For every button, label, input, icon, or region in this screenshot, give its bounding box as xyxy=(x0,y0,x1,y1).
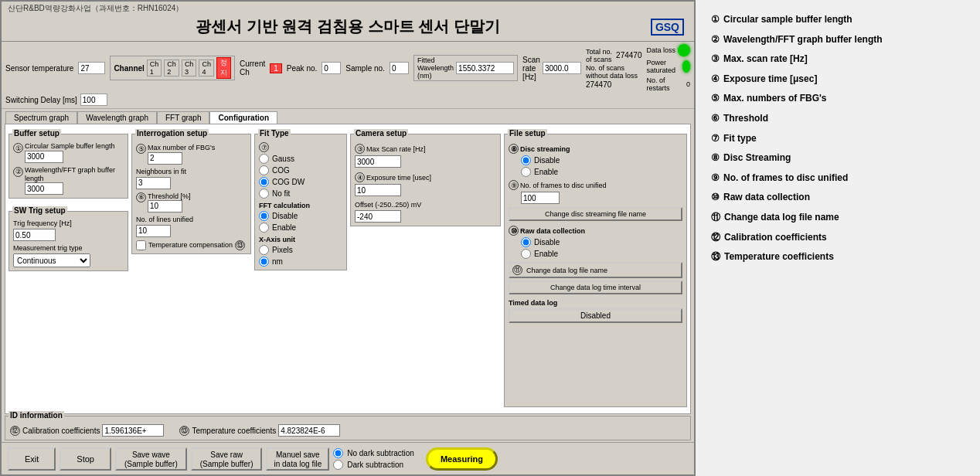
threshold-label: Threshold [%] xyxy=(148,192,191,200)
calib-input[interactable] xyxy=(102,424,164,437)
circular-sample-label: Circular Sample buffer length xyxy=(25,142,114,151)
ch4-btn[interactable]: Ch 4 xyxy=(199,60,214,76)
legend-num-12: ⑫ xyxy=(711,230,720,246)
no-lines-input[interactable] xyxy=(136,225,171,237)
dark-label[interactable]: Dark subtraction xyxy=(333,460,414,470)
wavelength-fft-input[interactable] xyxy=(25,182,63,195)
change-log-btn[interactable]: ⑪Change data log file name xyxy=(509,262,682,278)
tab-spectrum[interactable]: Spectrum graph xyxy=(5,111,77,124)
no-fit-radio[interactable] xyxy=(259,189,269,199)
exposure-input[interactable] xyxy=(355,184,401,196)
fft-calc-label: FFT calculation xyxy=(259,202,342,209)
offset-input[interactable] xyxy=(355,210,401,223)
tab-fft[interactable]: FFT graph xyxy=(157,111,210,124)
stop-bottom-btn[interactable]: Stop xyxy=(60,447,111,471)
no-dark-radio[interactable] xyxy=(333,448,343,458)
circular-sample-input[interactable] xyxy=(25,151,63,163)
neighbours-input[interactable] xyxy=(136,177,171,189)
dark-radio[interactable] xyxy=(333,460,343,470)
save-raw-btn[interactable]: Save raw (Sample buffer) xyxy=(191,447,263,471)
cog-radio-label[interactable]: COG xyxy=(259,165,342,175)
frames-input[interactable] xyxy=(521,192,560,204)
timed-log-btn[interactable]: Disabled xyxy=(509,308,682,323)
disc-enable-radio[interactable] xyxy=(521,167,531,177)
total-scans-value: 274470 xyxy=(616,51,641,60)
save-wave-btn[interactable]: Save wave (Sample buffer) xyxy=(115,447,187,471)
disc-enable-label[interactable]: Enable xyxy=(521,167,682,177)
disc-disable-radio[interactable] xyxy=(521,155,531,165)
legend-num-9: ⑨ xyxy=(711,170,720,187)
fitted-wavelength-input[interactable] xyxy=(456,62,514,74)
subtitle: 산단R&BD역량강화사업（과제번호：RHN16024） xyxy=(8,3,688,14)
raw-disable-label[interactable]: Disable xyxy=(521,237,682,247)
threshold-input[interactable] xyxy=(148,200,182,212)
cog-radio[interactable] xyxy=(259,165,269,175)
no-dark-label[interactable]: No dark subtraction xyxy=(333,448,414,458)
fft-disable-label[interactable]: Disable xyxy=(259,211,342,221)
no-fit-radio-label[interactable]: No fit xyxy=(259,189,342,199)
temp-comp-checkbox[interactable] xyxy=(136,240,146,250)
cog-dw-radio[interactable] xyxy=(259,177,269,187)
exposure-num: ④ xyxy=(355,172,365,182)
disc-disable-label[interactable]: Disable xyxy=(521,155,682,165)
threshold-num: ⑥ xyxy=(136,192,146,202)
buffer-setup-box: Buffer setup ① Circular Sample buffer le… xyxy=(9,134,128,199)
no-restarts-label: No. of restarts xyxy=(646,76,684,92)
cog-dw-radio-label[interactable]: COG DW xyxy=(259,177,342,187)
tab-configuration[interactable]: Configuration xyxy=(209,111,277,124)
gauss-radio-label[interactable]: Gauss xyxy=(259,154,342,164)
max-scan-label: Max Scan rate [Hz] xyxy=(366,145,426,153)
max-fbg-input[interactable] xyxy=(148,152,182,165)
stop-btn[interactable]: 정지 xyxy=(216,57,231,79)
fbg-num: ⑤ xyxy=(136,144,146,154)
legend-num-1: ① xyxy=(711,12,720,29)
legend-num-2: ② xyxy=(711,32,720,49)
legend-item-7: ⑦ Fit type xyxy=(711,131,965,148)
power-saturated-label: Power saturated xyxy=(646,59,679,74)
exit-btn[interactable]: Exit xyxy=(8,447,56,471)
max-scan-input[interactable] xyxy=(355,155,401,168)
raw-enable-label[interactable]: Enable xyxy=(521,249,682,259)
fft-disable-radio[interactable] xyxy=(259,211,269,221)
legend-panel: ① Circular sample buffer length ② Wavele… xyxy=(696,0,980,476)
legend-item-10: ⑩ Raw data collection xyxy=(711,189,965,206)
disc-streaming-num: ⑧ xyxy=(509,144,519,154)
gauss-radio[interactable] xyxy=(259,154,269,164)
peak-no-input[interactable] xyxy=(322,62,341,74)
scan-rate-input[interactable] xyxy=(543,62,581,74)
legend-item-6: ⑥ Threshold xyxy=(711,110,965,128)
pixels-radio-label[interactable]: Pixels xyxy=(259,245,342,255)
pixels-radio[interactable] xyxy=(259,245,269,255)
fft-enable-radio[interactable] xyxy=(259,223,269,233)
measuring-btn[interactable]: Measuring xyxy=(426,447,498,471)
legend-text-2: Wavelength/FFT graph buffer length xyxy=(723,32,883,49)
raw-enable-radio[interactable] xyxy=(521,249,531,259)
config-content: Buffer setup ① Circular Sample buffer le… xyxy=(5,124,691,414)
trig-freq-input[interactable] xyxy=(13,229,56,241)
change-interval-btn[interactable]: Change data log time interval xyxy=(509,280,682,294)
nm-radio[interactable] xyxy=(259,257,269,267)
ch3-btn[interactable]: Ch 3 xyxy=(182,60,197,76)
ch2-btn[interactable]: Ch 2 xyxy=(164,60,179,76)
fft-enable-label[interactable]: Enable xyxy=(259,223,342,233)
legend-num-5: ⑤ xyxy=(711,90,720,107)
sensor-temp-input[interactable] xyxy=(78,62,105,74)
meas-trig-select[interactable]: Continuous xyxy=(13,253,90,267)
ch1-btn[interactable]: Ch 1 xyxy=(147,60,162,76)
legend-num-4: ④ xyxy=(711,71,720,88)
switching-delay-input[interactable] xyxy=(80,94,107,106)
scans-without-loss-label: No. of scans without data loss xyxy=(586,64,642,80)
change-disc-btn[interactable]: Change disc streaming file name xyxy=(509,207,682,221)
sample-no-input[interactable] xyxy=(390,62,409,74)
tabs-bar: Spectrum graph Wavelength graph FFT grap… xyxy=(2,109,694,124)
manuel-save-btn[interactable]: Manuel save in data log file xyxy=(266,447,329,471)
tab-wavelength[interactable]: Wavelength graph xyxy=(77,111,157,124)
raw-disable-radio[interactable] xyxy=(521,237,531,247)
nm-radio-label[interactable]: nm xyxy=(259,257,342,267)
temp-coeff-input[interactable] xyxy=(278,424,340,437)
fitted-wavelength-group: Fitted Wavelength (nm) xyxy=(413,55,518,81)
id-info-title: ID information xyxy=(9,411,64,420)
file-setup-box: File setup ⑧ Disc streaming Disable Enab… xyxy=(504,134,687,407)
legend-num-3: ③ xyxy=(711,51,720,68)
wavelength-num: ② xyxy=(13,167,23,177)
